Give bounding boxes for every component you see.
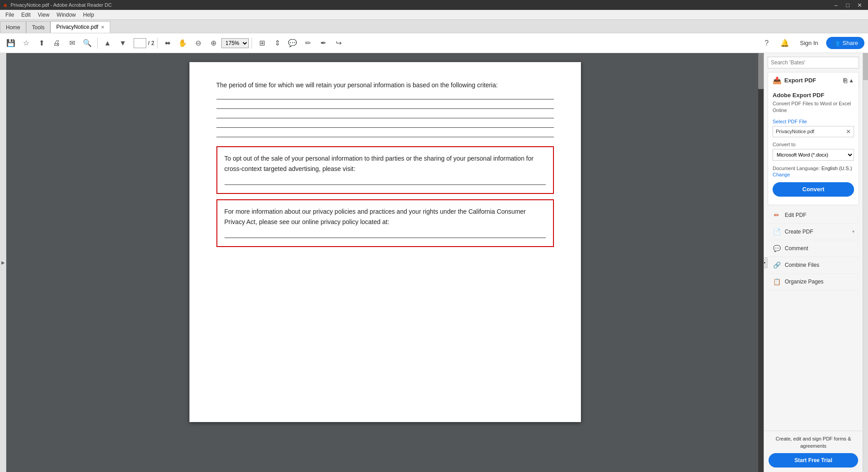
tool-create-pdf-label: Create PDF	[785, 229, 849, 235]
tool-create-pdf[interactable]: 📄 Create PDF ▾	[768, 224, 859, 240]
doc-language-row: Document Language: English (U.S.) Change	[773, 165, 854, 178]
menu-window[interactable]: Window	[53, 11, 80, 19]
right-scrollbar-thumb[interactable]	[863, 53, 868, 80]
adobe-export-desc: Convert PDF Files to Word or Excel Onlin…	[773, 100, 854, 114]
file-remove-icon[interactable]: ✕	[846, 128, 851, 135]
tab-home[interactable]: Home	[0, 21, 26, 33]
change-lang-link[interactable]: Change	[773, 172, 790, 177]
select-file-label: Select PDF File	[773, 119, 854, 124]
pdf-line-2	[216, 108, 554, 109]
comment-tool-button[interactable]: 💬	[285, 36, 300, 50]
tool-organize-pages[interactable]: 📋 Organize Pages	[768, 274, 859, 290]
selected-file-name: PrivacyNotice.pdf	[776, 129, 843, 134]
bates-search-input[interactable]	[768, 57, 859, 68]
next-page-button[interactable]: ▼	[116, 36, 130, 50]
minimize-button[interactable]: –	[831, 0, 841, 10]
share-button[interactable]: 👥 Share	[826, 37, 864, 49]
tool-comment-label: Comment	[785, 245, 855, 252]
signin-button[interactable]: Sign In	[796, 36, 823, 50]
tool-combine-files[interactable]: 🔗 Combine Files	[768, 257, 859, 274]
create-pdf-arrow-icon: ▾	[852, 229, 855, 234]
export-copy-icon[interactable]: ⎘	[843, 77, 847, 84]
email-icon: ✉	[69, 39, 75, 47]
menu-help[interactable]: Help	[80, 11, 98, 19]
total-pages: 2	[151, 40, 154, 46]
tab-tools[interactable]: Tools	[26, 21, 50, 33]
app-icon: ♠	[4, 1, 7, 9]
tab-document[interactable]: PrivacyNotice.pdf ✕	[50, 21, 110, 33]
search-button[interactable]: 🔍	[80, 36, 94, 50]
convert-to-label: Convert to	[773, 142, 854, 147]
zoom-out-button[interactable]: ⊖	[191, 36, 205, 50]
comment-icon: 💬	[772, 244, 781, 253]
tab-document-label: PrivacyNotice.pdf	[56, 24, 98, 30]
highlight-tool-button[interactable]: ✏	[301, 36, 315, 50]
share-icon: 👥	[832, 40, 840, 46]
document-area: The period of time for which we will ret…	[6, 53, 764, 472]
convert-to-select[interactable]: Microsoft Word (*.docx) Microsoft Excel …	[773, 149, 854, 161]
close-button[interactable]: ✕	[855, 0, 864, 10]
doc-scrollbar[interactable]	[758, 53, 764, 472]
right-panel-scrollbar[interactable]	[863, 53, 868, 472]
tool-edit-pdf-label: Edit PDF	[785, 212, 855, 218]
pdf-line-4	[216, 127, 554, 128]
export-pdf-header[interactable]: 📤 Export PDF ⎘ ▲	[768, 72, 859, 88]
tool-organize-label: Organize Pages	[785, 279, 855, 285]
tool-comment[interactable]: 💬 Comment	[768, 240, 859, 257]
right-panel-collapse[interactable]: ▶	[764, 257, 768, 268]
prev-page-button[interactable]: ▲	[100, 36, 115, 50]
draw-tool-button[interactable]: ✒	[316, 36, 330, 50]
doc-lang-label: Document Language:	[773, 166, 820, 171]
trial-section: Create, edit and sign PDF forms & agreem…	[764, 431, 863, 472]
left-panel-toggle[interactable]: ▶	[0, 53, 6, 472]
share-label: Share	[842, 40, 858, 46]
menu-edit[interactable]: Edit	[18, 11, 34, 19]
help-button[interactable]: ?	[760, 36, 774, 50]
bookmark-button[interactable]: ☆	[19, 36, 33, 50]
export-pdf-section: 📤 Export PDF ⎘ ▲ Adobe Export PDF Conver…	[768, 72, 859, 205]
navigation-controls: ▲ ▼ 2 / 2	[100, 36, 154, 50]
current-page-input[interactable]: 2	[134, 38, 146, 48]
tab-close-icon[interactable]: ✕	[101, 25, 104, 30]
zoom-select[interactable]: 175% 50% 75% 100% 125% 150% 200% 300%	[221, 38, 249, 48]
tool-edit-pdf[interactable]: ✏ Edit PDF	[768, 207, 859, 224]
toolbar: 💾 ☆ ⬆ 🖨 ✉ 🔍 ▲ ▼ 2	[0, 33, 868, 53]
toolbar-right: ? 🔔 Sign In 👥 Share	[760, 36, 864, 50]
menu-view[interactable]: View	[34, 11, 53, 19]
maximize-button[interactable]: □	[843, 0, 853, 10]
window-title: PrivacyNotice.pdf - Adobe Acrobat Reader…	[10, 2, 112, 8]
view-tools-group: ⬌ ✋ ⊖ ⊕ 175% 50% 75% 100% 125% 150% 200%…	[160, 36, 249, 50]
toolbar-divider-1	[97, 38, 98, 49]
toolbar-divider-2	[157, 38, 157, 49]
page-separator: /	[148, 40, 149, 46]
menu-file[interactable]: File	[2, 11, 18, 19]
zoom-in-button[interactable]: ⊕	[206, 36, 220, 50]
right-panel: ▶ 📤 Export PDF ⎘ ▲ Adobe Expo	[764, 53, 863, 472]
start-free-trial-button[interactable]: Start Free Trial	[769, 453, 858, 468]
email-button[interactable]: ✉	[65, 36, 79, 50]
select-tool-button[interactable]: ⬌	[160, 36, 175, 50]
right-panel-content: 📤 Export PDF ⎘ ▲ Adobe Export PDF Conver…	[764, 53, 863, 431]
annotation-tools-group: ⊞ ⇕ 💬 ✏ ✒ ↪	[255, 36, 346, 50]
main-layout: ▶ The period of time for which we will r…	[0, 53, 868, 472]
highlighted-text-1: To opt out of the sale of your personal …	[225, 153, 546, 174]
sign-tool-button[interactable]: ↪	[331, 36, 346, 50]
scroll-button[interactable]: ⇕	[270, 36, 284, 50]
pdf-line-1	[216, 99, 554, 99]
export-chevron-up-icon[interactable]: ▲	[849, 77, 854, 84]
marquee-zoom-button[interactable]: ⊞	[255, 36, 269, 50]
hand-tool-button[interactable]: ✋	[175, 36, 190, 50]
doc-scrollbar-thumb[interactable]	[758, 53, 764, 89]
adobe-export-title: Adobe Export PDF	[773, 92, 854, 99]
share-tool-button[interactable]: ⬆	[34, 36, 49, 50]
convert-button[interactable]: Convert	[773, 182, 854, 197]
pdf-line-6	[225, 184, 546, 185]
print-button[interactable]: 🖨	[49, 36, 64, 50]
tool-combine-label: Combine Files	[785, 262, 855, 268]
highlighted-box-1: To opt out of the sale of your personal …	[216, 146, 554, 194]
pdf-line-5	[216, 137, 554, 137]
search-icon: 🔍	[83, 39, 92, 47]
notification-button[interactable]: 🔔	[778, 36, 792, 50]
save-button[interactable]: 💾	[4, 36, 18, 50]
page-nav-arrows: ▲ ▼	[100, 36, 130, 50]
